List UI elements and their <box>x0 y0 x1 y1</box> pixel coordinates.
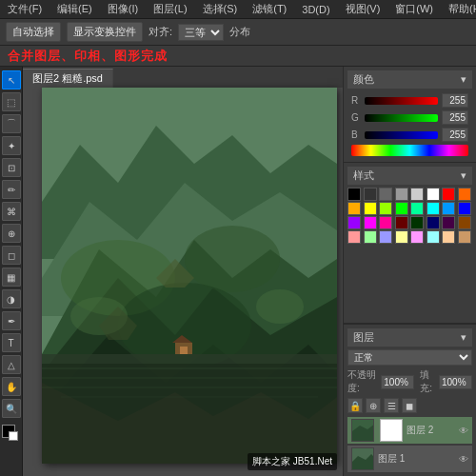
distribute-label: 分布 <box>229 25 250 39</box>
magic-wand-tool[interactable]: ✦ <box>2 136 21 155</box>
crop-tool[interactable]: ⊡ <box>2 158 21 177</box>
green-slider[interactable] <box>365 114 438 122</box>
color-swatch[interactable] <box>410 202 424 215</box>
color-swatch[interactable] <box>379 216 392 229</box>
lasso-tool[interactable]: ⌒ <box>2 114 21 133</box>
text-tool[interactable]: T <box>2 333 21 352</box>
image-canvas <box>42 88 337 464</box>
color-swatch[interactable] <box>379 202 392 215</box>
color-swatch[interactable] <box>347 230 361 244</box>
left-toolbar: ↖ ⬚ ⌒ ✦ ⊡ ✏ ⌘ ⊕ ◻ ▦ ◑ ✒ T △ ✋ 🔍 <box>0 67 23 476</box>
color-swatch[interactable] <box>426 202 440 215</box>
brush-tool[interactable]: ⌘ <box>2 202 21 221</box>
landscape-image <box>42 88 337 464</box>
pen-tool[interactable]: ✒ <box>2 311 21 330</box>
blue-slider[interactable] <box>365 131 438 139</box>
canvas-tab-main[interactable]: 图层2 粗糙.psd <box>23 69 113 88</box>
color-swatch[interactable] <box>458 216 471 229</box>
color-swatch[interactable] <box>442 188 455 201</box>
swatches-panel-chevron: ▾ <box>461 169 466 182</box>
eyedropper-tool[interactable]: ✏ <box>2 180 21 199</box>
lock-pixel-icon[interactable]: ☰ <box>384 398 399 413</box>
color-swatch[interactable] <box>395 216 408 229</box>
options-bar: 自动选择 显示变换控件 对齐: 三等 分布 <box>0 19 476 46</box>
menu-3d[interactable]: 3D(D) <box>298 4 333 15</box>
menu-file[interactable]: 文件(F) <box>4 2 46 16</box>
color-swatch[interactable] <box>347 202 361 215</box>
layer-item-2[interactable]: 图层 2 👁 <box>347 417 472 444</box>
clone-tool[interactable]: ⊕ <box>2 224 21 243</box>
color-swatch[interactable] <box>458 230 471 244</box>
layer-item-1[interactable]: 图层 1 👁 <box>347 446 472 472</box>
color-swatch[interactable] <box>364 230 377 244</box>
menu-select[interactable]: 选择(S) <box>199 2 242 16</box>
color-swatch[interactable] <box>364 188 377 201</box>
dodge-tool[interactable]: ◑ <box>2 289 21 308</box>
color-swatch[interactable] <box>410 188 424 201</box>
red-value[interactable] <box>442 93 468 108</box>
red-slider[interactable] <box>365 97 438 105</box>
color-swatch[interactable] <box>410 216 424 229</box>
menu-filter[interactable]: 滤镜(T) <box>248 2 290 16</box>
layer-1-eye[interactable]: 👁 <box>459 454 468 465</box>
menu-help[interactable]: 帮助(H) <box>445 2 476 16</box>
menu-view[interactable]: 视图(V) <box>342 2 385 16</box>
move-tool[interactable]: ↖ <box>2 70 21 89</box>
color-swatch[interactable] <box>395 230 408 244</box>
svg-point-7 <box>185 226 280 292</box>
color-swatch[interactable] <box>442 230 455 244</box>
menu-image[interactable]: 图像(I) <box>104 2 142 16</box>
color-swatch[interactable] <box>395 188 408 201</box>
color-swatch[interactable] <box>347 188 361 201</box>
layers-panel: 图层 ▾ 正常 不透明度: 填充: 🔒 ⊕ ☰ ◼ <box>344 324 476 476</box>
menu-layer[interactable]: 图层(L) <box>149 2 190 16</box>
color-swatch[interactable] <box>426 230 440 244</box>
color-spectrum[interactable] <box>351 145 468 156</box>
align-select[interactable]: 三等 <box>178 24 224 41</box>
color-panel-header[interactable]: 颜色 ▾ <box>347 70 472 89</box>
color-swatch[interactable] <box>458 202 471 215</box>
foreground-color[interactable] <box>2 425 21 444</box>
color-swatch[interactable] <box>426 216 440 229</box>
blend-mode-select[interactable]: 正常 <box>347 349 472 366</box>
shape-tool[interactable]: △ <box>2 355 21 374</box>
color-swatch[interactable] <box>395 202 408 215</box>
layer-2-eye[interactable]: 👁 <box>459 426 468 436</box>
color-swatch[interactable] <box>364 216 377 229</box>
color-swatch[interactable] <box>442 216 455 229</box>
color-sliders: R G B <box>347 91 472 158</box>
opacity-input[interactable] <box>381 375 414 389</box>
auto-select-btn[interactable]: 自动选择 <box>6 22 61 42</box>
gradient-tool[interactable]: ▦ <box>2 268 21 287</box>
lock-icon[interactable]: 🔒 <box>347 398 363 413</box>
layers-panel-chevron: ▾ <box>461 331 466 344</box>
lock-position-icon[interactable]: ⊕ <box>366 398 381 413</box>
transform-controls-btn[interactable]: 显示变换控件 <box>67 22 143 42</box>
color-swatch[interactable] <box>442 202 455 215</box>
swatches-panel: 样式 ▾ <box>344 163 476 324</box>
layers-panel-title: 图层 <box>353 330 374 345</box>
color-swatch[interactable] <box>426 188 440 201</box>
color-swatch[interactable] <box>379 188 392 201</box>
right-panel: 颜色 ▾ R G B <box>343 67 476 476</box>
color-swatch[interactable] <box>410 230 424 244</box>
color-panel-chevron: ▾ <box>461 73 466 86</box>
color-swatch[interactable] <box>379 230 392 244</box>
hand-tool[interactable]: ✋ <box>2 377 21 396</box>
color-swatch[interactable] <box>347 216 361 229</box>
layer-icons: 🔒 ⊕ ☰ ◼ <box>347 398 472 413</box>
menu-window[interactable]: 窗口(W) <box>391 2 437 16</box>
green-value[interactable] <box>442 110 468 125</box>
color-swatch[interactable] <box>458 188 471 201</box>
blue-value[interactable] <box>442 128 468 142</box>
eraser-tool[interactable]: ◻ <box>2 246 21 265</box>
zoom-tool[interactable]: 🔍 <box>2 399 21 418</box>
watermark: 脚本之家 JB51.Net <box>248 453 337 470</box>
menu-edit[interactable]: 编辑(E) <box>53 2 96 16</box>
lock-all-icon[interactable]: ◼ <box>402 398 417 413</box>
fill-input[interactable] <box>439 375 472 389</box>
layers-panel-header[interactable]: 图层 ▾ <box>347 328 472 347</box>
swatches-panel-header[interactable]: 样式 ▾ <box>347 167 472 185</box>
marquee-tool[interactable]: ⬚ <box>2 92 21 111</box>
color-swatch[interactable] <box>364 202 377 215</box>
